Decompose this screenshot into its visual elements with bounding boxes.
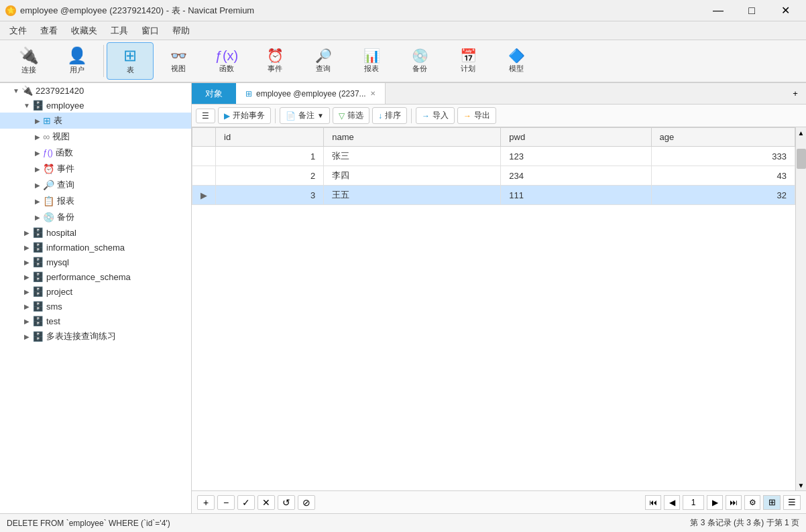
function-name: 函数 bbox=[56, 147, 73, 159]
function-icon: ƒ(x) bbox=[215, 49, 238, 62]
tree-db-mysql[interactable]: ▶ 🗄️ mysql bbox=[0, 255, 191, 269]
menu-help[interactable]: 帮助 bbox=[166, 22, 196, 40]
employee-tab[interactable]: ⊞ employee @employee (2237... ✕ bbox=[236, 83, 386, 104]
view-label: 视图 bbox=[171, 64, 186, 74]
nav-first-button[interactable]: ⏮ bbox=[645, 495, 661, 510]
cell-name[interactable]: 李四 bbox=[324, 166, 501, 186]
tab-add-button[interactable]: + bbox=[785, 83, 806, 104]
toolbar-query[interactable]: 🔎 查询 bbox=[300, 42, 347, 80]
tree-db-multi-join[interactable]: ▶ 🗄️ 多表连接查询练习 bbox=[0, 328, 191, 344]
toolbar-user[interactable]: 👤 用户 bbox=[54, 42, 101, 80]
nav-next-button[interactable]: ▶ bbox=[707, 495, 723, 510]
cell-id[interactable]: 2 bbox=[216, 166, 324, 186]
cell-id[interactable]: 1 bbox=[216, 147, 324, 166]
filter-button[interactable]: ▽ 筛选 bbox=[333, 107, 369, 124]
menu-toggle-button[interactable]: ☰ bbox=[196, 109, 215, 123]
toolbar-schedule[interactable]: 📅 计划 bbox=[445, 42, 492, 80]
cell-age[interactable]: 333 bbox=[651, 147, 795, 166]
stop-button[interactable]: ⊘ bbox=[298, 495, 315, 510]
tree-connection[interactable]: ▼ 🔌 2237921420 bbox=[0, 83, 191, 98]
db-icon: 🗄️ bbox=[32, 100, 44, 111]
object-tab-button[interactable]: 对象 bbox=[192, 83, 236, 104]
tree-db-project[interactable]: ▶ 🗄️ project bbox=[0, 284, 191, 299]
add-row-button[interactable]: + bbox=[197, 495, 215, 510]
separator-1 bbox=[103, 45, 104, 77]
tree-backup[interactable]: ▶ 💿 备份 bbox=[0, 209, 191, 225]
export-label: 导出 bbox=[474, 110, 490, 121]
menu-favorites[interactable]: 收藏夹 bbox=[64, 22, 104, 40]
cell-name[interactable]: 王五 bbox=[324, 186, 501, 205]
table-row[interactable]: 2 李四 234 43 bbox=[192, 166, 795, 186]
toolbar-model[interactable]: 🔷 模型 bbox=[493, 42, 540, 80]
tree-db-information-schema[interactable]: ▶ 🗄️ information_schema bbox=[0, 240, 191, 255]
info-schema-label: information_schema bbox=[46, 243, 125, 253]
toolbar-function[interactable]: ƒ(x) 函数 bbox=[203, 42, 250, 80]
toolbar-event[interactable]: ⏰ 事件 bbox=[251, 42, 298, 80]
tree-report[interactable]: ▶ 📋 报表 bbox=[0, 193, 191, 209]
nav-last-button[interactable]: ⏭ bbox=[726, 495, 742, 510]
connection-label: 连接 bbox=[21, 65, 36, 75]
tree-view[interactable]: ▶ ∞ 视图 bbox=[0, 129, 191, 145]
minimize-button[interactable]: — bbox=[703, 0, 734, 21]
menu-file[interactable]: 文件 bbox=[3, 22, 34, 40]
sort-button[interactable]: ↓ 排序 bbox=[372, 107, 407, 124]
schedule-label: 计划 bbox=[461, 64, 475, 74]
settings-button[interactable]: ⚙ bbox=[744, 495, 760, 510]
tree-table[interactable]: ▶ ⊞ 表 bbox=[0, 113, 191, 129]
row-indicator bbox=[192, 147, 216, 166]
menu-tools[interactable]: 工具 bbox=[104, 22, 135, 40]
view-name: 视图 bbox=[52, 131, 70, 143]
toolbar-report[interactable]: 📊 报表 bbox=[348, 42, 395, 80]
remove-row-button[interactable]: − bbox=[217, 495, 235, 510]
export-button[interactable]: → 导出 bbox=[457, 107, 496, 124]
hospital-icon: 🗄️ bbox=[32, 227, 44, 238]
comment-arrow-icon: ▼ bbox=[317, 112, 324, 119]
cell-id[interactable]: 3 bbox=[216, 186, 324, 205]
confirm-button[interactable]: ✓ bbox=[237, 495, 255, 510]
table-row[interactable]: ▶ 3 王五 111 32 bbox=[192, 186, 795, 205]
cell-age[interactable]: 32 bbox=[651, 186, 795, 205]
menu-window[interactable]: 窗口 bbox=[135, 22, 166, 40]
cell-name[interactable]: 张三 bbox=[324, 147, 501, 166]
bottom-toolbar: + − ✓ ✕ ↺ ⊘ ⏮ ◀ ▶ ⏭ ⚙ ⊞ ☰ bbox=[192, 490, 806, 513]
connection-icon: 🔌 bbox=[19, 48, 39, 64]
tab-close-icon[interactable]: ✕ bbox=[370, 90, 376, 97]
tree-event[interactable]: ▶ ⏰ 事件 bbox=[0, 161, 191, 177]
form-view-button[interactable]: ☰ bbox=[783, 495, 801, 510]
close-button[interactable]: ✕ bbox=[770, 0, 801, 21]
scroll-thumb[interactable] bbox=[797, 149, 806, 169]
table-row[interactable]: 1 张三 123 333 bbox=[192, 147, 795, 166]
cancel-button[interactable]: ✕ bbox=[257, 495, 275, 510]
tree-query[interactable]: ▶ 🔎 查询 bbox=[0, 177, 191, 193]
event-label: 事件 bbox=[268, 64, 282, 74]
refresh-button[interactable]: ↺ bbox=[278, 495, 295, 510]
start-transaction-button[interactable]: ▶ 开始事务 bbox=[218, 107, 271, 124]
nav-prev-button[interactable]: ◀ bbox=[664, 495, 680, 510]
menu-view[interactable]: 查看 bbox=[34, 22, 64, 40]
scroll-down-arrow[interactable]: ▼ bbox=[797, 480, 806, 490]
tree-db-performance-schema[interactable]: ▶ 🗄️ performance_schema bbox=[0, 269, 191, 284]
cell-pwd[interactable]: 123 bbox=[501, 147, 651, 166]
event-icon: ⏰ bbox=[267, 49, 284, 62]
cell-pwd[interactable]: 111 bbox=[501, 186, 651, 205]
comment-button[interactable]: 📄 备注 ▼ bbox=[280, 107, 330, 124]
transaction-label: 开始事务 bbox=[233, 110, 265, 121]
maximize-button[interactable]: □ bbox=[736, 0, 767, 21]
tree-function[interactable]: ▶ ƒ() 函数 bbox=[0, 145, 191, 161]
tree-db-hospital[interactable]: ▶ 🗄️ hospital bbox=[0, 225, 191, 240]
toolbar-connection[interactable]: 🔌 连接 bbox=[5, 42, 52, 80]
cell-age[interactable]: 43 bbox=[651, 166, 795, 186]
import-button[interactable]: → 导入 bbox=[416, 107, 455, 124]
toolbar-table[interactable]: ⊞ 表 bbox=[107, 42, 154, 80]
tree-db-employee[interactable]: ▼ 🗄️ employee bbox=[0, 98, 191, 113]
tree-db-test[interactable]: ▶ 🗄️ test bbox=[0, 314, 191, 328]
grid-view-button[interactable]: ⊞ bbox=[763, 495, 781, 510]
vertical-scrollbar[interactable]: ▲ ▼ bbox=[795, 127, 806, 490]
cell-pwd[interactable]: 234 bbox=[501, 166, 651, 186]
page-number-input[interactable] bbox=[683, 495, 704, 510]
toolbar-backup[interactable]: 💿 备份 bbox=[396, 42, 443, 80]
scroll-up-arrow[interactable]: ▲ bbox=[797, 127, 806, 138]
mysql-label: mysql bbox=[46, 257, 69, 267]
tree-db-sms[interactable]: ▶ 🗄️ sms bbox=[0, 299, 191, 314]
toolbar-view[interactable]: 👓 视图 bbox=[155, 42, 202, 80]
